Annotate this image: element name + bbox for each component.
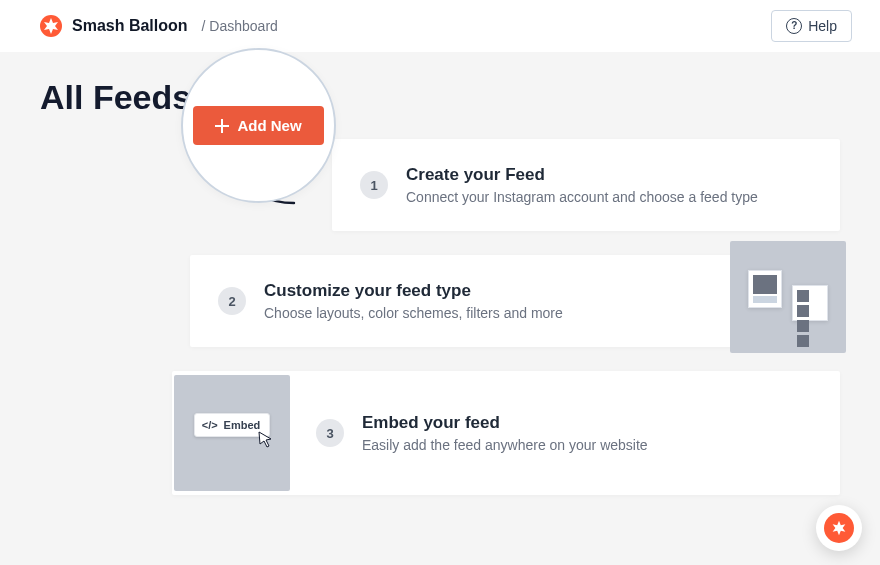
step-card-1: 1 Create your Feed Connect your Instagra… xyxy=(332,139,840,231)
brand: Smash Balloon / Dashboard xyxy=(40,15,278,37)
brand-name: Smash Balloon xyxy=(72,17,188,35)
title-row: All Feeds xyxy=(0,52,880,127)
step-desc: Connect your Instagram account and choos… xyxy=(406,189,758,205)
step-title: Create your Feed xyxy=(406,165,758,185)
step-card-2: 2 Customize your feed type Choose layout… xyxy=(190,255,840,347)
svg-marker-1 xyxy=(833,521,846,536)
step-title: Customize your feed type xyxy=(264,281,563,301)
help-label: Help xyxy=(808,18,837,34)
embed-chip-label: Embed xyxy=(224,419,261,431)
layout-thumb-icon xyxy=(730,241,846,353)
step-number-badge: 2 xyxy=(218,287,246,315)
support-fab-icon xyxy=(824,513,854,543)
add-new-label: Add New xyxy=(237,117,301,134)
help-button[interactable]: ? Help xyxy=(771,10,852,42)
plus-icon xyxy=(215,119,229,133)
step-desc: Choose layouts, color schemes, filters a… xyxy=(264,305,563,321)
page-title: All Feeds xyxy=(40,78,191,117)
breadcrumb: / Dashboard xyxy=(202,18,278,34)
step-number-badge: 3 xyxy=(316,419,344,447)
step-number-badge: 1 xyxy=(360,171,388,199)
help-icon: ? xyxy=(786,18,802,34)
cursor-icon xyxy=(257,430,275,448)
support-fab-button[interactable] xyxy=(816,505,862,551)
add-new-button[interactable]: Add New xyxy=(193,106,323,145)
app-header: Smash Balloon / Dashboard ? Help xyxy=(0,0,880,52)
embed-thumb-icon: </> Embed xyxy=(174,375,290,491)
embed-chip: </> Embed xyxy=(194,413,271,437)
svg-marker-0 xyxy=(44,18,58,34)
step-card-3: </> Embed 3 Embed your feed Easily add t… xyxy=(172,371,840,495)
step-title: Embed your feed xyxy=(362,413,648,433)
steps-list: 1 Create your Feed Connect your Instagra… xyxy=(0,139,880,515)
callout-highlight: Add New xyxy=(181,48,336,203)
step-desc: Easily add the feed anywhere on your web… xyxy=(362,437,648,453)
brand-logo-icon xyxy=(40,15,62,37)
code-icon: </> xyxy=(202,419,218,431)
